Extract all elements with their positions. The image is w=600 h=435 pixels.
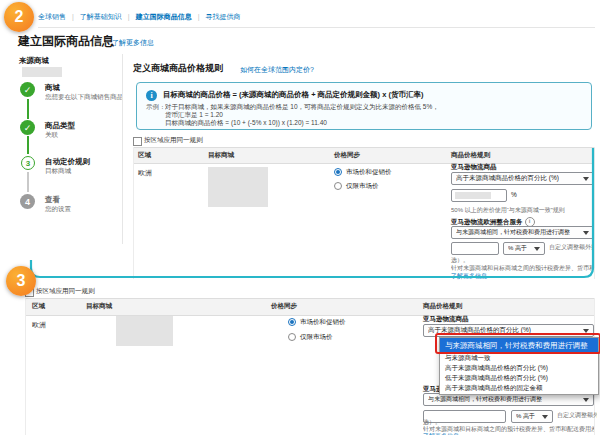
dropdown-option-fixed-above[interactable]: 高于来源商城商品价格的固定金额 <box>440 383 598 393</box>
annotation-step-2-badge: 2 <box>4 2 34 32</box>
dropdown-option-same-adjusted[interactable]: 与来源商城相同，针对税费和费用进行调整 <box>440 338 598 353</box>
dropdown-option-same-as-source[interactable]: 与来源商城一致 <box>440 353 598 363</box>
annotation-step-3-badge: 3 <box>6 266 36 296</box>
price-rule-dropdown-list: 与来源商城相同，针对税费和费用进行调整 与来源商城一致 高于来源商城商品价格的百… <box>439 337 599 395</box>
dropdown-option-percent-above[interactable]: 高于来源商城商品价格的百分比 (%) <box>440 363 598 373</box>
dropdown-option-percent-below[interactable]: 低于来源商城商品价格的百分比 (%) <box>440 373 598 383</box>
build-international-listings-page: 2 全球销售 | 了解基础知识 | 建立国际商品信息 | 寻找提供商 建立国际商… <box>0 0 600 435</box>
